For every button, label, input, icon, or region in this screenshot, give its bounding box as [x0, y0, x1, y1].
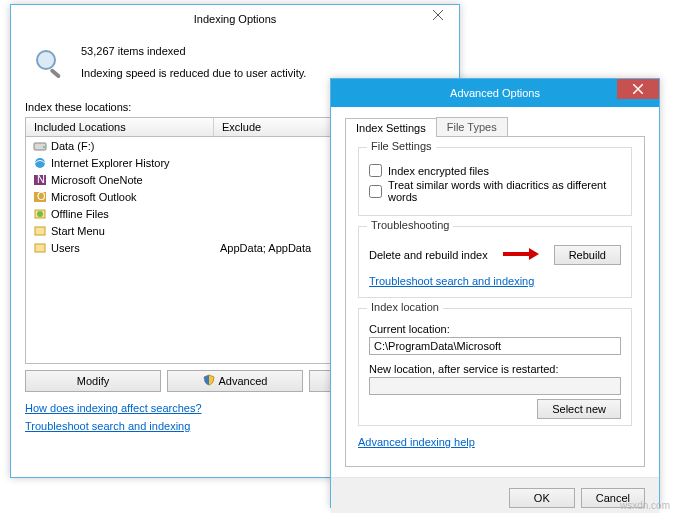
svg-text:N: N: [37, 173, 45, 185]
svg-text:O: O: [37, 190, 46, 202]
select-new-button[interactable]: Select new: [537, 399, 621, 419]
svg-point-2: [37, 51, 55, 69]
svg-marker-18: [529, 248, 539, 260]
modify-button[interactable]: Modify: [25, 370, 161, 392]
file-settings-legend: File Settings: [367, 140, 436, 152]
advanced-body: Index Settings File Types File Settings …: [331, 107, 659, 477]
svg-point-12: [37, 211, 43, 217]
svg-rect-13: [35, 227, 45, 235]
current-location-field: [369, 337, 621, 355]
svg-rect-14: [35, 244, 45, 252]
rebuild-row: Delete and rebuild index Rebuild: [369, 245, 621, 265]
advanced-indexing-help-link[interactable]: Advanced indexing help: [358, 436, 475, 448]
tab-panel: File Settings Index encrypted files Trea…: [345, 137, 645, 467]
close-icon[interactable]: [617, 79, 659, 99]
advanced-title: Advanced Options: [450, 87, 540, 99]
delete-rebuild-label: Delete and rebuild index: [369, 249, 488, 261]
dialog-button-row: OK Cancel: [331, 477, 659, 513]
tab-file-types[interactable]: File Types: [436, 117, 508, 136]
file-settings-group: File Settings Index encrypted files Trea…: [358, 147, 632, 216]
items-indexed-text: 53,267 items indexed: [81, 45, 306, 57]
troubleshoot-search-link[interactable]: Troubleshoot search and indexing: [369, 275, 534, 287]
tabs: Index Settings File Types: [345, 117, 645, 137]
tab-index-settings[interactable]: Index Settings: [345, 118, 437, 137]
users-icon: [32, 240, 48, 256]
rebuild-button[interactable]: Rebuild: [554, 245, 621, 265]
ok-button[interactable]: OK: [509, 488, 575, 508]
onenote-icon: N: [32, 172, 48, 188]
index-encrypted-checkbox[interactable]: Index encrypted files: [369, 164, 621, 177]
search-magnifier-icon: [31, 45, 67, 81]
arrow-right-icon: [503, 247, 539, 263]
index-location-group: Index location Current location: New loc…: [358, 308, 632, 426]
startmenu-icon: [32, 223, 48, 239]
offline-icon: [32, 206, 48, 222]
troubleshooting-group: Troubleshooting Delete and rebuild index…: [358, 226, 632, 298]
drive-icon: [32, 138, 48, 154]
svg-rect-3: [49, 68, 61, 79]
advanced-button[interactable]: Advanced: [167, 370, 303, 392]
new-location-label: New location, after service is restarted…: [369, 363, 621, 375]
ie-icon: [32, 155, 48, 171]
outlook-icon: O: [32, 189, 48, 205]
svg-point-5: [43, 146, 45, 148]
indexing-titlebar: Indexing Options: [11, 5, 459, 33]
current-location-label: Current location:: [369, 323, 621, 335]
advanced-titlebar: Advanced Options: [331, 79, 659, 107]
index-location-legend: Index location: [367, 301, 443, 313]
troubleshooting-legend: Troubleshooting: [367, 219, 453, 231]
watermark: wsxdn.com: [620, 500, 670, 511]
svg-point-6: [35, 158, 45, 168]
indexing-speed-note: Indexing speed is reduced due to user ac…: [81, 67, 306, 79]
how-indexing-link[interactable]: How does indexing affect searches?: [25, 402, 202, 414]
advanced-options-window: Advanced Options Index Settings File Typ…: [330, 78, 660, 508]
col-included[interactable]: Included Locations: [26, 118, 214, 136]
close-icon[interactable]: [417, 5, 459, 25]
shield-icon: [203, 374, 215, 388]
troubleshoot-link[interactable]: Troubleshoot search and indexing: [25, 420, 190, 432]
indexing-title: Indexing Options: [194, 13, 277, 25]
new-location-field: [369, 377, 621, 395]
diacritics-checkbox[interactable]: Treat similar words with diacritics as d…: [369, 179, 621, 203]
